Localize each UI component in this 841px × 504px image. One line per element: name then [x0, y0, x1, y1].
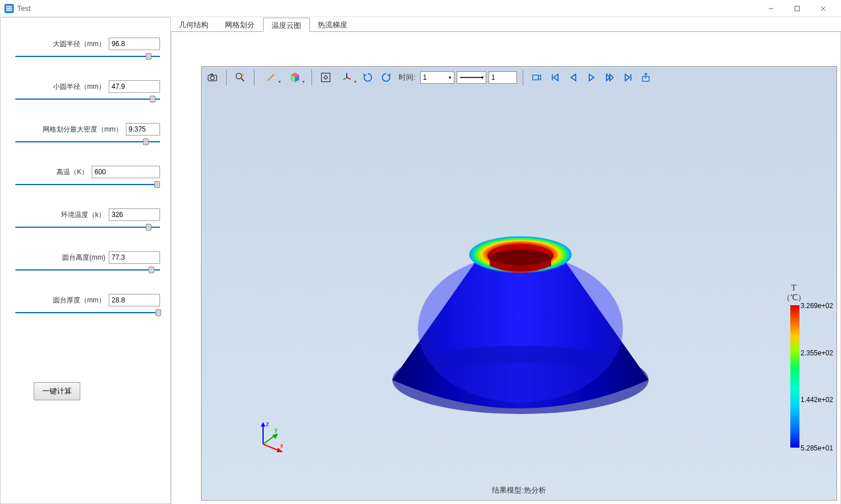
param-input[interactable]: [109, 38, 160, 50]
content-area: 几何结构网格划分温度云图热流梯度 时间: 1 1: [171, 17, 841, 504]
titlebar: Test: [0, 0, 841, 17]
svg-text:y: y: [274, 426, 278, 433]
param-label: 圆台高度(mm): [62, 253, 105, 263]
colorbar-tick: 3.269e+02: [801, 302, 833, 310]
colorbar-tick: 2.355e+02: [801, 349, 833, 357]
cube-color-icon[interactable]: [284, 69, 306, 85]
param-slider[interactable]: [15, 309, 160, 317]
param-label: 小圆半径（mm）: [53, 82, 105, 92]
svg-point-19: [418, 255, 623, 403]
param-row: 网格划分最大密度（mm）: [11, 123, 160, 146]
tab-1[interactable]: 网格划分: [217, 18, 263, 32]
thermal-model: [361, 198, 680, 442]
rotate-ccw-icon[interactable]: [360, 69, 376, 85]
sidebar: 大圆半径（mm） 小圆半径（mm） 网格划分最大密度（mm） 高温（K）: [0, 17, 171, 504]
calculate-button[interactable]: 一键计算: [34, 382, 80, 400]
param-label: 环境温度（k）: [61, 210, 105, 220]
tab-3[interactable]: 热流梯度: [310, 18, 356, 32]
svg-rect-7: [211, 73, 213, 75]
colorbar-gradient: [790, 305, 799, 448]
param-row: 大圆半径（mm）: [11, 38, 160, 60]
axes-icon[interactable]: [336, 69, 358, 85]
minimize-button[interactable]: [758, 0, 784, 17]
svg-rect-10: [322, 73, 330, 82]
param-label: 网格划分最大密度（mm）: [43, 125, 122, 134]
window-title: Test: [17, 4, 758, 13]
app-icon: [5, 4, 14, 13]
param-label: 高温（K）: [56, 167, 88, 177]
rotate-cw-icon[interactable]: [378, 69, 394, 85]
colorbar-title: T: [768, 283, 819, 293]
colorbar: T （℃） 3.269e+022.355e+021.442e+025.285e+…: [768, 283, 819, 449]
export-icon[interactable]: [638, 69, 654, 85]
svg-point-8: [236, 73, 242, 79]
3d-viewport[interactable]: z x y T （℃） 3.269e+022.355e+021.442e+025…: [201, 66, 837, 501]
tabs: 几何结构网格划分温度云图热流梯度: [171, 17, 841, 32]
line-style-combo[interactable]: [457, 71, 486, 84]
tab-2[interactable]: 温度云图: [263, 18, 310, 32]
param-row: 高温（K）: [11, 166, 160, 189]
param-row: 小圆半径（mm）: [11, 80, 160, 103]
brush-icon[interactable]: [260, 69, 282, 85]
svg-line-9: [241, 79, 244, 81]
param-label: 大圆半径（mm）: [53, 39, 105, 49]
param-input[interactable]: [126, 123, 160, 136]
svg-rect-14: [532, 75, 538, 80]
fit-view-icon[interactable]: [318, 69, 334, 85]
svg-text:x: x: [280, 442, 284, 449]
param-row: 圆台高度(mm): [11, 251, 160, 274]
maximize-button[interactable]: [784, 0, 810, 17]
svg-marker-30: [272, 433, 278, 439]
skip-end-icon[interactable]: [620, 69, 636, 85]
line-width-spinner[interactable]: 1: [489, 71, 517, 84]
viewport-wrap: 时间: 1 1: [171, 32, 841, 504]
fast-forward-icon[interactable]: [602, 69, 618, 85]
play-reverse-icon[interactable]: [565, 69, 581, 85]
svg-point-6: [211, 76, 215, 80]
play-icon[interactable]: [584, 69, 600, 85]
svg-line-13: [343, 77, 347, 80]
time-value: 1: [423, 73, 427, 81]
param-input[interactable]: [109, 208, 160, 221]
param-slider[interactable]: [15, 138, 160, 146]
time-label: 时间:: [399, 72, 416, 83]
param-input[interactable]: [109, 294, 160, 306]
svg-rect-2: [795, 6, 799, 11]
param-row: 圆台厚度（mm）: [11, 294, 160, 317]
param-slider[interactable]: [15, 181, 160, 189]
colorbar-tick: 5.285e+01: [801, 444, 833, 452]
param-slider[interactable]: [15, 95, 160, 103]
param-label: 圆台厚度（mm）: [53, 296, 105, 305]
svg-text:z: z: [266, 420, 269, 427]
result-model-label: 结果模型:热分析: [492, 485, 546, 495]
video-camera-icon[interactable]: [529, 69, 545, 85]
spin-value: 1: [491, 73, 495, 81]
axis-triad: z x y: [253, 420, 287, 454]
main-layout: 大圆半径（mm） 小圆半径（mm） 网格划分最大密度（mm） 高温（K）: [0, 17, 841, 504]
svg-line-12: [347, 77, 351, 79]
camera-icon[interactable]: [204, 69, 220, 85]
param-input[interactable]: [109, 80, 160, 93]
close-button[interactable]: [810, 0, 836, 17]
param-row: 环境温度（k）: [11, 208, 160, 231]
param-input[interactable]: [92, 166, 160, 178]
param-slider[interactable]: [15, 223, 160, 231]
param-slider[interactable]: [15, 266, 160, 274]
svg-marker-24: [261, 422, 265, 427]
param-input[interactable]: [109, 251, 160, 264]
zoom-lightning-icon[interactable]: [232, 69, 248, 85]
skip-start-icon[interactable]: [547, 69, 563, 85]
param-slider[interactable]: [15, 52, 160, 60]
tab-0[interactable]: 几何结构: [171, 18, 217, 32]
viewport-toolbar: 时间: 1 1: [201, 66, 837, 89]
colorbar-tick: 1.442e+02: [801, 396, 833, 404]
time-combo[interactable]: 1: [420, 71, 454, 84]
